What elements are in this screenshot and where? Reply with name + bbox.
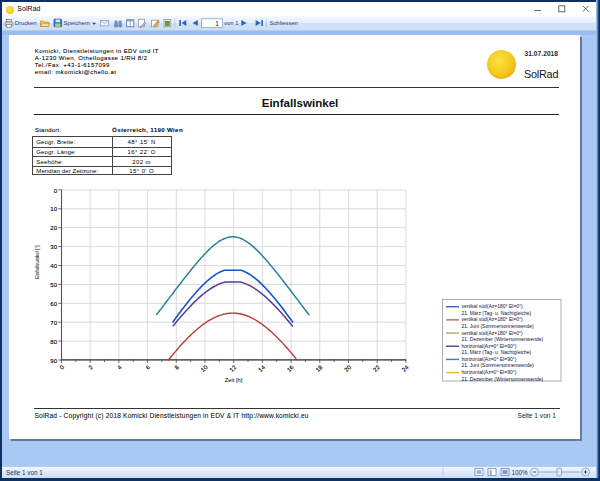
svg-text:70: 70 — [50, 320, 57, 326]
svg-text:20: 20 — [343, 364, 352, 373]
svg-text:20: 20 — [50, 225, 57, 231]
svg-text:21. Dezember (Wintersonnenwend: 21. Dezember (Wintersonnenwende) — [462, 336, 544, 342]
svg-text:80: 80 — [50, 339, 57, 345]
svg-text:14: 14 — [257, 364, 266, 373]
svg-text:16: 16 — [286, 364, 295, 373]
svg-text:30: 30 — [50, 244, 57, 250]
svg-text:vertikal süd(Az=180° El=0°): vertikal süd(Az=180° El=0°) — [462, 330, 524, 336]
svg-text:21. März (Tag- u. Nachtgleiche: 21. März (Tag- u. Nachtgleiche) — [462, 310, 532, 316]
svg-text:60: 60 — [50, 301, 57, 307]
svg-text:Einfallswinkel [°]: Einfallswinkel [°] — [35, 245, 40, 278]
svg-text:21. Dezember (Wintersonnenwend: 21. Dezember (Wintersonnenwende) — [462, 376, 544, 382]
svg-text:50: 50 — [50, 282, 57, 288]
svg-text:18: 18 — [315, 364, 324, 373]
svg-text:Zeit [h]: Zeit [h] — [225, 377, 243, 383]
svg-text:10: 10 — [200, 364, 209, 373]
svg-text:vertikal süd(Az=180° El=0°): vertikal süd(Az=180° El=0°) — [462, 316, 524, 322]
svg-text:vertikal süd(Az=180° El=0°): vertikal süd(Az=180° El=0°) — [462, 303, 524, 309]
svg-text:22: 22 — [372, 364, 381, 373]
svg-text:21. Juni (Sommersonnenwende): 21. Juni (Sommersonnenwende) — [462, 362, 535, 368]
svg-text:horizontal(Az=0° El=90°): horizontal(Az=0° El=90°) — [462, 356, 517, 362]
svg-text:0: 0 — [59, 364, 66, 371]
svg-text:horizontal(Az=0° El=90°): horizontal(Az=0° El=90°) — [462, 343, 517, 349]
svg-text:21. Juni (Sommersonnenwende): 21. Juni (Sommersonnenwende) — [462, 323, 535, 329]
svg-text:10: 10 — [50, 206, 57, 212]
svg-text:6: 6 — [145, 364, 152, 371]
svg-text:2: 2 — [87, 364, 94, 371]
svg-text:8: 8 — [174, 364, 181, 371]
svg-text:21. März (Tag- u. Nachtgleiche: 21. März (Tag- u. Nachtgleiche) — [462, 349, 532, 355]
svg-text:24: 24 — [401, 364, 410, 373]
svg-text:4: 4 — [116, 364, 123, 371]
svg-text:100%: 100% — [512, 469, 529, 476]
svg-text:horizontal(Az=0° El=90°): horizontal(Az=0° El=90°) — [462, 369, 517, 375]
svg-text:90: 90 — [50, 358, 57, 364]
svg-text:12: 12 — [229, 364, 238, 373]
svg-text:0: 0 — [54, 188, 58, 194]
svg-text:40: 40 — [50, 263, 57, 269]
